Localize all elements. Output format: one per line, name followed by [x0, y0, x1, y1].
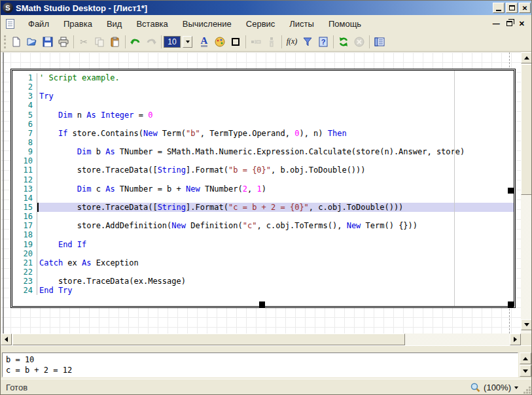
code-line[interactable]: 14 [12, 194, 514, 203]
new-button[interactable] [9, 34, 24, 50]
recalculate-button[interactable] [336, 34, 351, 50]
horizontal-scroll-thumb[interactable] [12, 334, 405, 345]
align-vertical-button[interactable] [264, 34, 279, 50]
code-line[interactable]: 16 [12, 212, 514, 221]
save-button[interactable] [40, 34, 56, 50]
funnel-icon [302, 37, 313, 47]
zoom-level[interactable]: (100%) [484, 383, 511, 392]
zoom-dropdown-icon[interactable] [514, 386, 518, 391]
options-button[interactable] [372, 34, 387, 50]
document-icon[interactable] [6, 19, 14, 29]
app-icon: S [3, 3, 13, 13]
code-line[interactable]: 11 store.TraceData([String].Format("b = … [12, 165, 514, 175]
console-scroll-down-button[interactable] [520, 365, 531, 377]
scroll-right-button[interactable] [510, 334, 521, 345]
redo-button[interactable] [143, 34, 159, 50]
code-line[interactable]: 17 store.AddDefinition(New Definition("c… [12, 221, 514, 230]
mdi-minimize-icon[interactable]: — [493, 20, 500, 27]
code-line[interactable]: 4 [12, 101, 514, 110]
menu-item-help[interactable]: Помощь [321, 17, 368, 31]
scroll-left-button[interactable] [1, 334, 12, 345]
print-button[interactable] [56, 34, 71, 50]
code-line[interactable]: 10 [12, 156, 514, 165]
stop-button[interactable] [351, 34, 367, 50]
mdi-close-icon[interactable]: ✕ [519, 20, 525, 27]
copy-button[interactable] [92, 34, 107, 50]
function-button[interactable]: f(x) [284, 34, 300, 50]
code-line[interactable]: 19 End If [12, 240, 514, 249]
worksheet-vertical-scrollbar[interactable] [521, 52, 532, 334]
border-button[interactable] [228, 34, 243, 50]
menu-item-edit[interactable]: Правка [56, 17, 99, 31]
menu-item-tools[interactable]: Сервис [239, 17, 283, 31]
close-button[interactable]: ✕ [519, 3, 531, 13]
line-text [37, 194, 514, 203]
code-line[interactable]: 5 Dim n As Integer = 0 [12, 111, 514, 120]
console-splitter[interactable] [1, 345, 532, 351]
undo-button[interactable] [128, 34, 143, 50]
console-scrollbar[interactable] [520, 352, 531, 377]
resize-handle-right[interactable] [508, 188, 514, 194]
resize-handle-bottom[interactable] [259, 301, 265, 307]
status-text: Готов [1, 383, 470, 392]
menu-bar: Файл Правка Вид Вставка Вычисление Серви… [1, 15, 532, 32]
menu-item-view[interactable]: Вид [99, 17, 130, 31]
font-size-field[interactable]: 10 [164, 36, 181, 48]
code-line[interactable]: 21Catch ex As Exception [12, 258, 514, 267]
code-line[interactable]: 23 store.TraceData(ex.Message) [12, 277, 514, 286]
align-horizontal-button[interactable] [248, 34, 264, 50]
scroll-up-button[interactable] [521, 52, 532, 63]
font-color-button[interactable]: A [196, 34, 212, 50]
background-color-button[interactable] [212, 34, 228, 50]
toolbar-grip[interactable] [4, 35, 6, 48]
open-button[interactable] [24, 34, 40, 50]
menu-item-insert[interactable]: Вставка [129, 17, 175, 31]
paste-button[interactable] [107, 34, 123, 50]
align-horizontal-icon [251, 37, 261, 47]
line-number: 24 [12, 286, 37, 295]
line-text: store.TraceData(ex.Message) [37, 277, 514, 286]
line-number: 10 [12, 156, 37, 165]
resize-handle-corner[interactable] [508, 301, 514, 307]
menu-item-sheets[interactable]: Листы [282, 17, 321, 31]
maximize-button[interactable] [506, 3, 518, 13]
code-line[interactable]: 1' Script example. [12, 73, 514, 82]
code-line[interactable]: 9 Dim b As TNumber = SMath.Math.Numeric.… [12, 147, 514, 156]
code-line[interactable]: 3Try [12, 92, 514, 101]
code-editor-region[interactable]: 1' Script example.23Try45 Dim n As Integ… [10, 69, 516, 308]
code-line[interactable]: 6 [12, 120, 514, 129]
console-line: b = 10 [6, 354, 514, 365]
font-size-dropdown[interactable] [183, 36, 192, 48]
cut-button[interactable]: ✂ [76, 34, 92, 50]
code-line[interactable]: 12 [12, 175, 514, 184]
menu-item-calculation[interactable]: Вычисление [175, 17, 239, 31]
code-line[interactable]: 24End Try [12, 286, 514, 295]
filter-button[interactable] [300, 34, 315, 50]
code-line[interactable]: 22 [12, 267, 514, 277]
console-output[interactable]: b = 10 c = b + 2 = 12 [2, 352, 518, 377]
code-line[interactable]: 8 [12, 138, 514, 147]
mdi-restore-icon[interactable] [506, 21, 512, 26]
code-line[interactable]: 18 [12, 230, 514, 239]
refresh-icon [338, 37, 349, 47]
line-number: 2 [12, 82, 37, 92]
help-button[interactable]: ? [315, 34, 331, 50]
code-line[interactable]: 7 If store.Contains(New Term("b", TermTy… [12, 129, 514, 138]
scroll-down-button[interactable] [521, 319, 532, 330]
worksheet-horizontal-scrollbar[interactable] [1, 334, 521, 345]
redo-arrow-icon [145, 37, 157, 47]
minimize-button[interactable] [493, 3, 505, 13]
console-scroll-up-button[interactable] [520, 352, 531, 364]
line-text: store.AddDefinition(New Definition("c", … [37, 221, 514, 230]
svg-text:?: ? [321, 38, 326, 46]
line-text: Catch ex As Exception [37, 258, 514, 267]
editor-margin-line [454, 71, 455, 306]
page-margin-line [3, 52, 4, 334]
code-line[interactable]: 2 [12, 82, 514, 92]
code-line[interactable]: 13 Dim c As TNumber = b + New TNumber(2,… [12, 184, 514, 194]
vertical-scroll-thumb[interactable] [521, 64, 532, 195]
code-line[interactable]: 20 [12, 249, 514, 258]
menu-item-file[interactable]: Файл [21, 17, 56, 31]
code-line[interactable]: 15 store.TraceData([String].Format("c = … [12, 203, 514, 212]
resize-grip[interactable] [523, 386, 531, 394]
